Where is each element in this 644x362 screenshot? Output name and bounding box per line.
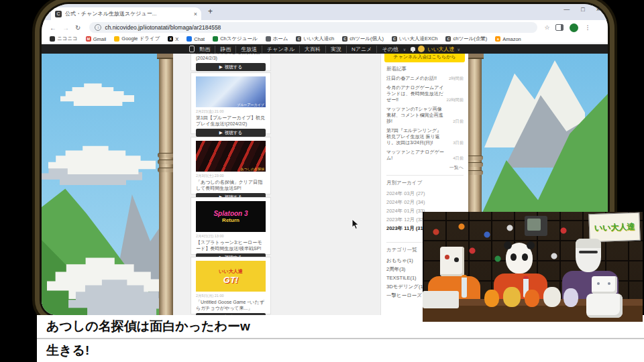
new-tab-button[interactable]: +: [208, 7, 213, 16]
side-panel-icon[interactable]: [555, 24, 564, 31]
thumbnail-caption: ブルーアーカイブ: [237, 103, 264, 107]
bookmark-ch-schedule[interactable]: Chスケジュール: [213, 36, 257, 42]
channel-join-button[interactable]: チャンネル入会はこちらから: [384, 54, 465, 62]
site-info-icon[interactable]: i: [95, 24, 101, 31]
person-right-mask: [576, 239, 601, 272]
new-articles-heading: 新着記事: [386, 66, 464, 72]
person-left-box-mask: [440, 247, 464, 276]
bookmark-home[interactable]: ホーム: [266, 36, 288, 42]
entry-thumbnail[interactable]: あつしの名探偵: [196, 141, 266, 172]
browser-tab[interactable]: C 公式・チャンネル生放送スケジュー... ×: [51, 7, 201, 20]
maximize-button[interactable]: □: [581, 6, 584, 13]
bookmark-gmail[interactable]: MGmail: [86, 36, 107, 42]
entry-date: 2月5日(月) 21:00: [196, 294, 266, 298]
mouse-cursor: [352, 219, 360, 230]
bookmark-icon: C: [296, 36, 301, 42]
bookmark-iiotona-ch[interactable]: Cいい大人達ch: [296, 36, 334, 42]
blog-entry[interactable]: あつしの名探偵 2月3日(土) 23:00 「あつしの名探偵」クリア目指して長時…: [191, 137, 271, 194]
notification-bell-icon[interactable]: [411, 47, 415, 51]
bookmark-icon: X: [168, 36, 173, 42]
sign-text: いい大人達: [594, 221, 635, 233]
article-time: 22時間前: [447, 97, 464, 103]
thumbnail-caption: あつしの名探偵: [241, 167, 264, 171]
subtitle-text: 生きる!: [37, 342, 89, 359]
blog-entry[interactable]: ブルーアーカイブ 2月2日(金) 21:00 第1回【ブルーアーカイブ】初見プレ…: [191, 72, 271, 134]
bookmark-amazon[interactable]: aAmazon: [495, 36, 521, 42]
blog-entry[interactable]: いい大人達GT! 2月5日(月) 21:00 「Untitled Goose G…: [191, 257, 271, 314]
plush-toy: [503, 287, 521, 307]
nav-other[interactable]: その他: [376, 46, 398, 53]
nav-dictionary[interactable]: 大百科: [299, 46, 321, 53]
bookmark-chat[interactable]: Chat: [186, 36, 205, 42]
close-button[interactable]: ×: [596, 6, 600, 13]
bookmark-label: いい大人達ch: [303, 36, 334, 42]
bookmark-chtool-personal[interactable]: Cchツール(個人): [342, 36, 384, 42]
bookmark-label: Google ドライブ: [121, 36, 160, 42]
entry-date: 2月4日(日) 13:00: [196, 234, 266, 239]
bookmark-label: Chスケジュール: [220, 36, 257, 42]
nav-video[interactable]: 動画: [199, 46, 210, 53]
crt-tv-prop: [525, 216, 547, 236]
article-title: 注目の春アニメのお話!!: [386, 76, 437, 80]
user-avatar[interactable]: [418, 46, 425, 52]
watch-button[interactable]: ▶視聴する: [196, 129, 266, 137]
stream-frame: { "window": { "tab_title": "公式・チャンネル生放送ス…: [0, 0, 644, 362]
bookmark-x[interactable]: XX: [168, 36, 178, 42]
nav-channel[interactable]: チャンネル: [262, 46, 294, 53]
bookmark-icon: [186, 36, 192, 42]
thumbnail-subtitle: Return: [222, 217, 239, 223]
profile-avatar[interactable]: [570, 23, 578, 32]
blog-entry[interactable]: Splatoon 3Return 2月4日(日) 13:00 【スプラトゥーン3…: [191, 197, 271, 255]
article-title: マッツァンのTシャツ画像素材、コメント欄賞企画進捗!: [386, 107, 443, 123]
robot-plush: [585, 276, 624, 318]
archive-link[interactable]: 2024年 02月 (34): [386, 198, 464, 206]
archive-link[interactable]: 2024年 03月 (27): [386, 189, 464, 198]
bookmark-star-icon[interactable]: ☆: [544, 24, 549, 31]
webcam-overlay: いい大人達: [423, 212, 643, 322]
entry-thumbnail[interactable]: いい大人達GT!: [196, 261, 266, 292]
entry-title: 第45回 いい大人達 運営委員会(2024/2/3): [196, 54, 266, 61]
chevron-down-icon: ∨: [458, 47, 460, 52]
user-name[interactable]: いい大人達: [427, 46, 454, 53]
address-bar[interactable]: i ch.nicovideo.jp/iiotonatati/blomaga/ar…: [89, 22, 537, 33]
nav-jikkyo[interactable]: 実況: [325, 46, 341, 53]
article-link[interactable]: 今月のアナログゲームアイランドは、長時間生放送だぜー!!22時間前: [386, 84, 464, 103]
watch-label: 視聴する: [225, 64, 242, 70]
niconico-tv-icon[interactable]: [189, 46, 195, 52]
plush-toy: [564, 288, 578, 307]
bookmark-icon: a: [495, 36, 500, 42]
article-link[interactable]: マッツァンとアナログゲーム!4日前: [386, 149, 464, 161]
menu-kebab-icon[interactable]: ⋮: [584, 24, 590, 31]
article-title: マッツァンとアナログゲーム!: [386, 149, 444, 160]
bookmark-exch[interactable]: Cいい大人達EXCh: [392, 36, 437, 42]
minimize-button[interactable]: —: [564, 6, 570, 13]
article-link[interactable]: 第7回『エルデンリング』初見プレイ生放送 振り返り。次回は3/24日(日)!3日…: [386, 127, 464, 145]
entry-thumbnail[interactable]: Splatoon 3Return: [196, 201, 266, 232]
bookmark-drive[interactable]: Google ドライブ: [114, 36, 160, 42]
bookmark-chtool-corp[interactable]: Cchツール(企業): [445, 36, 487, 42]
nav-live[interactable]: 生放送: [235, 46, 257, 53]
article-title: 第7回『エルデンリング』初見プレイ生放送 振り返り。次回は3/24日(日)!: [386, 128, 441, 145]
entry-title: 「Untitled Goose Game ~いたずらガチョウがやって来...」: [196, 300, 266, 311]
nav-seiga[interactable]: 静画: [215, 46, 231, 53]
bookmark-label: chツール(企業): [453, 36, 487, 42]
reload-icon[interactable]: ↻: [75, 24, 80, 32]
watch-button[interactable]: ▶視聴する: [196, 63, 266, 71]
blog-entry[interactable]: 第45回 いい大人達 運営委員会(2024/2/3) ▶視聴する: [191, 54, 271, 71]
forward-icon[interactable]: →: [62, 24, 69, 32]
nav-nanime[interactable]: Nアニメ: [346, 46, 372, 53]
chevron-down-icon: ∨: [403, 47, 406, 52]
bookmark-icon: [213, 36, 218, 42]
tab-close-icon[interactable]: ×: [194, 11, 197, 17]
article-list-link[interactable]: 一覧へ: [386, 164, 464, 171]
back-icon[interactable]: ←: [50, 24, 56, 32]
bookmark-icon: [114, 36, 119, 42]
article-time: 4日前: [453, 155, 464, 161]
article-link[interactable]: マッツァンのTシャツ画像素材、コメント欄賞企画進捗!2日前: [386, 106, 464, 124]
entry-thumbnail[interactable]: ブルーアーカイブ: [196, 76, 266, 107]
channel-sign: いい大人達: [588, 213, 640, 243]
article-link[interactable]: 注目の春アニメのお話!!2時間前: [386, 75, 464, 81]
bookmark-label: Gmail: [93, 36, 107, 42]
plush-toy: [484, 290, 499, 307]
bookmark-niconico[interactable]: ニコニコ: [50, 36, 78, 42]
